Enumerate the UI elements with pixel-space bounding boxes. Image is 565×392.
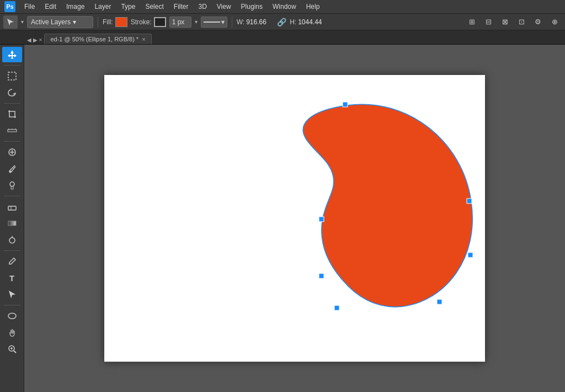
tool-divider-5: [4, 250, 20, 251]
clone-stamp-tool[interactable]: [2, 178, 22, 193]
shape-tool[interactable]: [2, 308, 22, 324]
tab-label: ed-1 @ 50% (Ellipse 1, RGB/8) *: [50, 36, 138, 42]
spot-healing-tool[interactable]: [2, 144, 22, 160]
menu-bar: Ps File Edit Image Layer Type Select Fil…: [0, 0, 565, 14]
tab-bar: ◀ ▶ × ed-1 @ 50% (Ellipse 1, RGB/8) * ×: [0, 30, 565, 45]
menu-filter[interactable]: Filter: [169, 2, 193, 12]
height-label: H:: [290, 18, 296, 26]
svg-rect-3: [8, 130, 17, 132]
main-layout: T: [0, 45, 565, 392]
hand-tool[interactable]: [2, 325, 22, 340]
svg-marker-1: [8, 50, 17, 59]
tool-arrow-btn[interactable]: [3, 15, 18, 29]
main-shape[interactable]: [303, 104, 472, 307]
shape-svg: [104, 75, 485, 362]
stroke-swatch[interactable]: [154, 17, 166, 27]
menu-help[interactable]: Help: [302, 2, 324, 12]
handle-lower-left[interactable]: [319, 273, 324, 278]
stroke-size-arrow[interactable]: ▾: [195, 19, 198, 25]
canvas-document: [104, 75, 485, 362]
handle-bottom-right[interactable]: [437, 299, 442, 304]
svg-rect-2: [8, 72, 16, 80]
options-bar: ▾ Active Layers ▾ Fill: Stroke: 1 px ▾ ▾…: [0, 14, 565, 30]
path-selection-tool[interactable]: [2, 287, 22, 302]
fill-group: Fill:: [103, 17, 127, 27]
crop-tool[interactable]: [2, 106, 22, 122]
separator-2: [232, 17, 232, 28]
menu-edit[interactable]: Edit: [40, 2, 61, 12]
svg-marker-0: [7, 19, 14, 25]
layer-dropdown[interactable]: Active Layers ▾: [27, 16, 93, 28]
menu-window[interactable]: Window: [268, 2, 301, 12]
handle-top[interactable]: [343, 102, 348, 107]
line-style-preview: [204, 22, 220, 23]
line-style-dropdown[interactable]: ▾: [201, 17, 227, 28]
zoom-tool[interactable]: [2, 341, 22, 357]
menu-plugins[interactable]: Plugins: [237, 2, 267, 12]
app-logo: Ps: [4, 1, 15, 12]
width-value[interactable]: 916.66: [246, 18, 274, 26]
svg-rect-14: [8, 206, 16, 210]
eraser-tool[interactable]: [2, 199, 22, 214]
gradient-tool[interactable]: [2, 216, 22, 231]
chain-link-icon[interactable]: 🔗: [277, 18, 286, 26]
tool-arrow-dropdown[interactable]: ▾: [21, 19, 24, 25]
width-label: W:: [237, 18, 244, 26]
menu-type[interactable]: Type: [116, 2, 140, 12]
distribute-icon[interactable]: ⊠: [498, 15, 512, 29]
align-left-icon[interactable]: ⊞: [465, 15, 479, 29]
layer-dropdown-label: Active Layers: [31, 18, 71, 26]
arrange-icon[interactable]: ⊡: [514, 15, 529, 29]
tool-divider-2: [4, 103, 20, 104]
handle-left[interactable]: [319, 217, 324, 222]
move-tool[interactable]: [2, 47, 22, 62]
marquee-tool[interactable]: [2, 68, 22, 84]
tab-close-btn[interactable]: ×: [142, 36, 145, 42]
right-icons-group: ⊞ ⊟ ⊠ ⊡ ⚙ ⊕: [465, 15, 562, 29]
dodge-tool[interactable]: [2, 232, 22, 248]
menu-select[interactable]: Select: [141, 2, 168, 12]
pen-tool[interactable]: [2, 254, 22, 269]
svg-point-20: [8, 313, 16, 319]
tab-scroll-arrows[interactable]: ◀ ▶ ×: [25, 36, 44, 44]
handle-right-mid[interactable]: [468, 253, 473, 257]
svg-point-13: [10, 182, 14, 186]
canvas-area[interactable]: [24, 45, 565, 392]
settings-icon[interactable]: ⚙: [531, 15, 545, 29]
height-value[interactable]: 1044.44: [298, 18, 326, 26]
menu-file[interactable]: File: [20, 2, 39, 12]
menu-layer[interactable]: Layer: [90, 2, 115, 12]
fill-label: Fill:: [103, 18, 113, 26]
brush-tool[interactable]: [2, 161, 22, 176]
measure-tool[interactable]: [2, 123, 22, 138]
svg-rect-16: [8, 221, 16, 225]
svg-point-12: [9, 171, 11, 173]
text-tool[interactable]: T: [2, 270, 22, 286]
tool-divider-1: [4, 65, 20, 66]
menu-3d[interactable]: 3D: [194, 2, 211, 12]
extra-icon[interactable]: ⊕: [547, 15, 562, 29]
handle-bottom-left[interactable]: [334, 305, 339, 310]
lasso-tool[interactable]: [2, 85, 22, 100]
svg-marker-19: [9, 291, 15, 298]
toolbar: T: [0, 45, 24, 392]
menu-view[interactable]: View: [212, 2, 236, 12]
height-group: H: 1044.44: [290, 18, 326, 26]
menu-image[interactable]: Image: [62, 2, 89, 12]
tool-divider-3: [4, 141, 20, 142]
tool-divider-6: [4, 305, 20, 305]
svg-point-17: [9, 238, 15, 243]
separator-1: [98, 17, 98, 28]
handle-right-top[interactable]: [467, 198, 472, 203]
document-tab[interactable]: ed-1 @ 50% (Ellipse 1, RGB/8) * ×: [44, 34, 151, 44]
fill-swatch[interactable]: [115, 17, 127, 27]
width-group: W: 916.66: [237, 18, 274, 26]
layer-dropdown-arrow: ▾: [73, 18, 76, 26]
line-style-arrow: ▾: [221, 18, 225, 26]
align-center-icon[interactable]: ⊟: [481, 15, 495, 29]
svg-line-22: [14, 351, 16, 353]
stroke-label: Stroke:: [131, 18, 152, 26]
tool-divider-4: [4, 196, 20, 196]
stroke-size-input[interactable]: 1 px: [169, 17, 191, 28]
stroke-group: Stroke:: [131, 17, 166, 27]
